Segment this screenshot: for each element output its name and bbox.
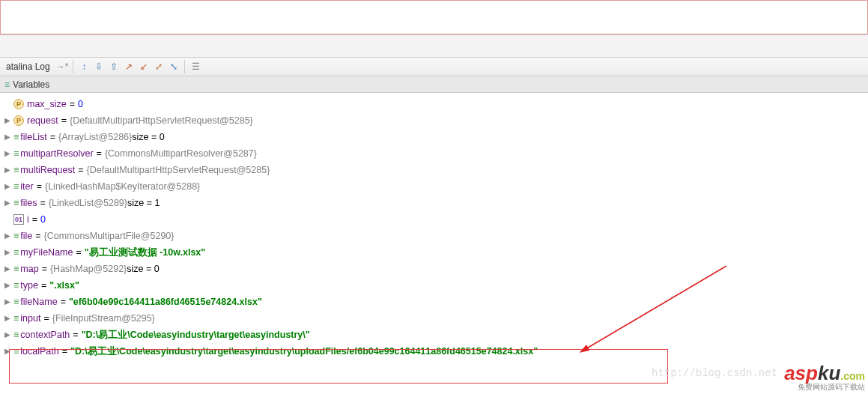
- variables-panel-header[interactable]: ≡ Variables: [0, 76, 868, 93]
- equals: =: [58, 294, 69, 310]
- variables-icon: ≡: [4, 79, 8, 90]
- variables-title: Variables: [13, 79, 49, 90]
- expand-arrow[interactable]: ▶: [3, 145, 12, 162]
- expand-arrow[interactable]: ▶: [3, 112, 12, 129]
- code-editor[interactable]: String contextPath = request.getSession(…: [0, 0, 868, 34]
- object-icon: ≡: [13, 261, 17, 277]
- variable-row-input[interactable]: ▶≡input = {FileInputStream@5295}: [0, 310, 868, 327]
- toolbar-icon-1[interactable]: ↕: [78, 61, 90, 73]
- variable-row-fileList[interactable]: ▶≡fileList = {ArrayList@5286} size = 0: [0, 129, 868, 145]
- expand-arrow[interactable]: ▶: [3, 310, 12, 327]
- expand-arrow[interactable]: ▶: [3, 178, 12, 195]
- param-icon: P: [13, 115, 24, 126]
- toolbar-divider: [184, 60, 185, 73]
- variable-name: files: [20, 195, 37, 211]
- equals: =: [70, 327, 81, 343]
- variables-list[interactable]: Pmax_size = 0▶Prequest = {DefaultMultipa…: [0, 93, 868, 360]
- equals: =: [58, 112, 70, 129]
- variable-name: localPath: [20, 343, 58, 360]
- object-icon: ≡: [13, 162, 17, 178]
- variable-value: 0: [78, 96, 83, 112]
- object-icon: ≡: [13, 195, 17, 211]
- expand-arrow[interactable]: ▶: [3, 228, 12, 244]
- variable-value: {DefaultMultipartHttpServletRequest@5285…: [87, 162, 270, 178]
- object-icon: ≡: [13, 244, 17, 261]
- variable-row-i[interactable]: 01i = 0: [0, 211, 868, 228]
- equals: =: [47, 129, 58, 145]
- param-icon: P: [13, 99, 24, 109]
- toolbar-divider: [73, 60, 73, 73]
- variable-row-request[interactable]: ▶Prequest = {DefaultMultipartHttpServlet…: [0, 112, 868, 129]
- variable-row-files[interactable]: ▶≡files = {LinkedList@5289} size = 1: [0, 195, 868, 211]
- variable-name: input: [20, 310, 40, 327]
- variable-row-multipartResolver[interactable]: ▶≡multipartResolver = {CommonsMultipartR…: [0, 145, 868, 162]
- equals: =: [40, 310, 52, 327]
- variable-value: "易工业测试数据 -10w.xlsx": [85, 244, 205, 261]
- variable-name: file: [20, 228, 32, 244]
- expand-arrow[interactable]: ▶: [3, 162, 12, 178]
- toolbar-icon-7[interactable]: ⤡: [168, 61, 180, 73]
- variable-row-map[interactable]: ▶≡map = {HashMap@5292} size = 0: [0, 261, 868, 277]
- expand-arrow[interactable]: ▶: [3, 277, 12, 294]
- equals: =: [59, 343, 70, 360]
- expand-arrow[interactable]: ▶: [3, 343, 12, 360]
- variable-row-max_size[interactable]: Pmax_size = 0: [0, 96, 868, 112]
- pin-icon[interactable]: →*: [56, 61, 69, 72]
- variable-value: {LinkedHashMap$KeyIterator@5288}: [45, 178, 200, 195]
- equals: =: [32, 228, 43, 244]
- equals: =: [39, 261, 50, 277]
- equals: =: [34, 178, 45, 195]
- expand-arrow[interactable]: ▶: [3, 327, 12, 343]
- variable-row-contextPath[interactable]: ▶≡contextPath = "D:\易工业\Code\easyindustr…: [0, 327, 868, 343]
- object-icon: ≡: [13, 178, 17, 195]
- variable-row-iter[interactable]: ▶≡iter = {LinkedHashMap$KeyIterator@5288…: [0, 178, 868, 195]
- variable-name: fileName: [20, 294, 57, 310]
- object-icon: ≡: [13, 343, 17, 360]
- toolbar-icon-5[interactable]: ↙: [138, 61, 150, 73]
- variable-row-multiRequest[interactable]: ▶≡multiRequest = {DefaultMultipartHttpSe…: [0, 162, 868, 178]
- variable-value: "D:\易工业\Code\easyindustry\target\easyind…: [82, 327, 310, 343]
- calculator-icon[interactable]: ☰: [189, 61, 201, 73]
- object-icon: ≡: [13, 277, 17, 294]
- watermark-asp: asp: [784, 362, 818, 384]
- expand-arrow[interactable]: ▶: [3, 244, 12, 261]
- equals: =: [29, 211, 40, 228]
- variable-name: iter: [20, 178, 33, 195]
- variable-name: myFileName: [20, 244, 73, 261]
- object-icon: ≡: [13, 129, 17, 145]
- variable-row-myFileName[interactable]: ▶≡myFileName = "易工业测试数据 -10w.xlsx": [0, 244, 868, 261]
- variable-row-file[interactable]: ▶≡file = {CommonsMultipartFile@5290}: [0, 228, 868, 244]
- variable-name: multiRequest: [20, 162, 75, 178]
- variable-row-localPath[interactable]: ▶≡localPath = "D:\易工业\Code\easyindustry\…: [0, 343, 868, 360]
- expand-arrow[interactable]: ▶: [3, 195, 12, 211]
- toolbar-icon-4[interactable]: ↗: [123, 61, 135, 73]
- expand-arrow[interactable]: ▶: [3, 294, 12, 310]
- primitive-icon: 01: [13, 214, 24, 225]
- toolbar-icon-3[interactable]: ⇧: [108, 61, 120, 73]
- variable-name: contextPath: [20, 327, 70, 343]
- variable-row-fileName[interactable]: ▶≡fileName = "ef6b04e99c164411a86fd46515…: [0, 294, 868, 310]
- watermark-logo: aspku.com 免费网站源码下载站: [784, 362, 865, 393]
- expand-arrow[interactable]: ▶: [3, 261, 12, 277]
- variable-value: "D:\易工业\Code\easyindustry\target\easyind…: [70, 343, 538, 360]
- variable-size: size = 1: [127, 195, 160, 211]
- equals: =: [38, 277, 49, 294]
- spacer: [0, 34, 868, 57]
- object-icon: ≡: [13, 294, 17, 310]
- object-icon: ≡: [13, 228, 17, 244]
- toolbar-icon-2[interactable]: ⇩: [93, 61, 105, 73]
- variable-name: multipartResolver: [20, 145, 93, 162]
- faint-watermark-url: http://blog.csdn.net: [652, 367, 777, 379]
- variable-row-type[interactable]: ▶≡type = ".xlsx": [0, 277, 868, 294]
- variable-size: size = 0: [132, 129, 164, 145]
- catalina-log-tab[interactable]: atalina Log: [3, 61, 53, 72]
- equals: =: [73, 244, 84, 261]
- variable-value: {CommonsMultipartFile@5290}: [44, 228, 174, 244]
- object-icon: ≡: [13, 145, 17, 162]
- variable-size: size = 0: [127, 261, 159, 277]
- variable-name: request: [27, 112, 58, 129]
- equals: =: [94, 145, 105, 162]
- variable-value: {ArrayList@5286}: [58, 129, 132, 145]
- toolbar-icon-6[interactable]: ⤢: [153, 61, 165, 73]
- expand-arrow[interactable]: ▶: [3, 129, 12, 145]
